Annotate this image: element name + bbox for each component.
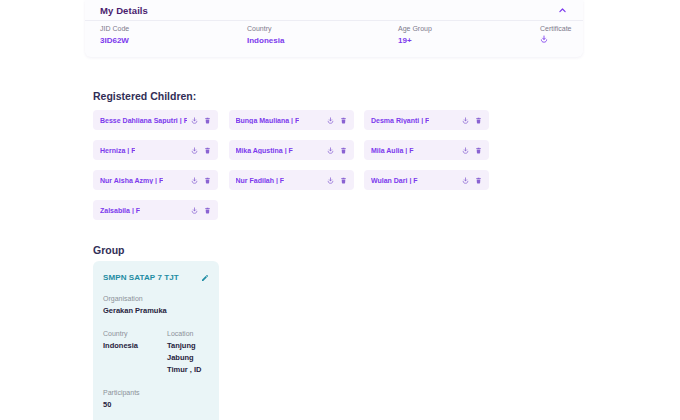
child-name: Nur Fadilah | F [236, 177, 285, 184]
group-location-field: Location Tanjung Jabung Timur , ID [167, 330, 209, 376]
child-card: Mila Aulia | F [364, 140, 489, 160]
trash-icon [340, 147, 347, 154]
my-details-card: My Details JID Code 3ID62W Country Indon… [85, 0, 583, 57]
child-delete-button[interactable] [475, 117, 482, 124]
group-country-value: Indonesia [103, 340, 167, 352]
jid-code-field: JID Code 3ID62W [100, 25, 129, 45]
collapse-button[interactable] [556, 4, 568, 16]
trash-icon [340, 117, 347, 124]
child-download-button[interactable] [191, 207, 198, 214]
child-name: Herniza | F [100, 147, 135, 154]
child-name: Mila Aulia | F [371, 147, 414, 154]
child-card: Besse Dahliana Saputri | F [93, 110, 218, 130]
group-heading: Group [93, 244, 125, 256]
child-card: Zalsabila | F [93, 200, 218, 220]
child-card: Herniza | F [93, 140, 218, 160]
download-icon [191, 117, 198, 124]
child-download-button[interactable] [327, 177, 334, 184]
child-download-button[interactable] [191, 177, 198, 184]
certificate-field: Certificate [540, 25, 572, 43]
age-group-field: Age Group 19+ [398, 25, 432, 45]
organisation-label: Organisation [103, 295, 209, 302]
registered-children-heading: Registered Children: [93, 90, 196, 102]
download-icon [191, 207, 198, 214]
country-field: Country Indonesia [247, 25, 284, 45]
child-download-button[interactable] [462, 177, 469, 184]
child-name: Wulan Dari | F [371, 177, 418, 184]
profile-page: My Details JID Code 3ID62W Country Indon… [0, 0, 680, 420]
participants-label: Participants [103, 389, 209, 396]
trash-icon [204, 177, 211, 184]
child-delete-button[interactable] [204, 177, 211, 184]
child-name: Zalsabila | F [100, 207, 140, 214]
child-delete-button[interactable] [340, 117, 347, 124]
group-country-field: Country Indonesia [103, 330, 167, 376]
child-name: Nur Aisha Azmy | F [100, 177, 163, 184]
child-name: Desma Riyanti | F [371, 117, 429, 124]
child-card: Nur Aisha Azmy | F [93, 170, 218, 190]
child-name: Mika Agustina | F [236, 147, 293, 154]
country-value: Indonesia [247, 36, 284, 45]
trash-icon [340, 177, 347, 184]
trash-icon [204, 207, 211, 214]
child-download-button[interactable] [462, 147, 469, 154]
child-delete-button[interactable] [475, 177, 482, 184]
child-card: Desma Riyanti | F [364, 110, 489, 130]
my-details-title: My Details [100, 5, 148, 16]
child-delete-button[interactable] [204, 147, 211, 154]
trash-icon [475, 177, 482, 184]
child-download-button[interactable] [191, 147, 198, 154]
child-delete-button[interactable] [475, 147, 482, 154]
group-country-label: Country [103, 330, 167, 337]
participants-field: Participants 50 [103, 389, 209, 411]
child-card: Nur Fadilah | F [229, 170, 354, 190]
download-icon [327, 177, 334, 184]
group-edit-button[interactable] [201, 274, 209, 282]
download-icon [462, 177, 469, 184]
age-group-label: Age Group [398, 25, 432, 32]
children-grid: Besse Dahliana Saputri | F Bunga Maulian… [93, 110, 489, 220]
group-card: SMPN SATAP 7 TJT Organisation Gerakan Pr… [93, 261, 219, 420]
child-delete-button[interactable] [340, 177, 347, 184]
trash-icon [475, 147, 482, 154]
jid-code-label: JID Code [100, 25, 129, 32]
child-name: Bunga Mauliana | F [236, 117, 300, 124]
chevron-up-icon [558, 3, 567, 18]
organisation-value: Gerakan Pramuka [103, 305, 209, 317]
child-download-button[interactable] [327, 147, 334, 154]
download-icon [462, 117, 469, 124]
certificate-label: Certificate [540, 25, 572, 32]
certificate-download-button[interactable] [540, 35, 548, 43]
download-icon [327, 147, 334, 154]
my-details-header: My Details [85, 0, 583, 21]
trash-icon [475, 117, 482, 124]
download-icon [462, 147, 469, 154]
country-label: Country [247, 25, 284, 32]
child-delete-button[interactable] [204, 117, 211, 124]
group-name: SMPN SATAP 7 TJT [103, 273, 179, 282]
child-download-button[interactable] [462, 117, 469, 124]
organisation-field: Organisation Gerakan Pramuka [103, 295, 209, 317]
child-delete-button[interactable] [340, 147, 347, 154]
download-icon [327, 117, 334, 124]
pencil-icon [201, 274, 209, 282]
child-card: Wulan Dari | F [364, 170, 489, 190]
child-name: Besse Dahliana Saputri | F [100, 117, 187, 124]
download-icon [540, 35, 548, 43]
group-location-value: Tanjung Jabung Timur , ID [167, 340, 209, 376]
child-delete-button[interactable] [204, 207, 211, 214]
child-card: Mika Agustina | F [229, 140, 354, 160]
download-icon [191, 147, 198, 154]
group-location-label: Location [167, 330, 209, 337]
age-group-value: 19+ [398, 36, 432, 45]
jid-code-value: 3ID62W [100, 36, 129, 45]
trash-icon [204, 117, 211, 124]
download-icon [191, 177, 198, 184]
child-download-button[interactable] [327, 117, 334, 124]
child-card: Bunga Mauliana | F [229, 110, 354, 130]
participants-value: 50 [103, 399, 209, 411]
child-download-button[interactable] [191, 117, 198, 124]
trash-icon [204, 147, 211, 154]
